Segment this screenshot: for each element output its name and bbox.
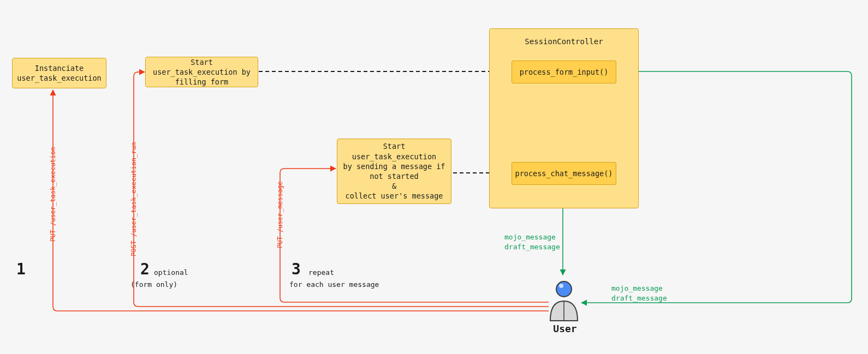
step-1-number: 1 [16, 260, 26, 278]
edge-label-put-msg: PUT /user_message [276, 181, 284, 248]
svg-point-0 [556, 281, 572, 297]
green-label-right: mojo_message draft_message [611, 284, 667, 303]
node-process-chat: process_chat_message() [512, 162, 616, 185]
node-start-form-label: Start user_task_execution by filling for… [151, 57, 252, 87]
node-instantiate-label: Instanciate user_task_execution [17, 63, 101, 83]
edge-label-put-ute: PUT /user_task_execution [49, 147, 57, 242]
node-process-form-label: process_form_input() [520, 68, 609, 76]
node-process-chat-label: process_chat_message() [515, 169, 613, 178]
green-label-left: mojo_message draft_message [504, 232, 560, 251]
node-start-msg-label: Start user_task_execution by sending a m… [343, 141, 445, 201]
node-start-form: Start user_task_execution by filling for… [145, 57, 258, 87]
session-controller-title: SessionController [490, 37, 638, 46]
node-process-form: process_form_input() [512, 61, 616, 83]
step-2-number: 2 [140, 260, 150, 278]
svg-point-1 [559, 284, 563, 288]
edge-label-post-ute-run: POST /user_task_execution_run [130, 142, 138, 256]
node-instantiate: Instanciate user_task_execution [12, 58, 106, 88]
step-2-sub2: (form only) [130, 280, 177, 289]
node-start-msg: Start user_task_execution by sending a m… [337, 139, 451, 204]
session-controller: SessionController process_form_input() p… [489, 28, 639, 208]
step-3-sub1: repeat [308, 268, 334, 277]
user-icon [550, 281, 578, 321]
step-3-number: 3 [292, 260, 301, 278]
user-label: User [551, 323, 579, 334]
step-2-sub1: optional [154, 268, 188, 277]
step-3-sub2: for each user message [289, 280, 379, 289]
